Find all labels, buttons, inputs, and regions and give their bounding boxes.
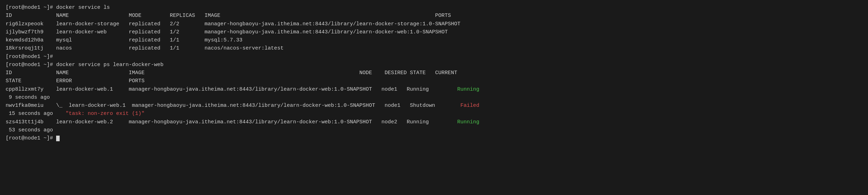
- ps-row-1-sub: 9 seconds ago: [6, 93, 862, 102]
- current-state-failed: Failed: [460, 103, 479, 109]
- cmd-line-1: [root@node1 ~]# docker service ls: [6, 4, 862, 12]
- desired-state-shutdown: Shutdown: [410, 103, 460, 109]
- terminal: [root@node1 ~]# docker service ls ID NAM…: [6, 4, 862, 142]
- final-prompt[interactable]: [root@node1 ~]#: [6, 134, 862, 142]
- current-state-running-1: Running: [457, 86, 479, 92]
- ps-row-3-sub: 53 seconds ago: [6, 126, 862, 134]
- cursor-blink: [56, 136, 60, 141]
- header-text: ID NAME MODE REPLICAS IMAGE PORTS: [6, 13, 451, 19]
- ps-row-3-main: szs413tt1j4b learn-docker-web.2 manager-…: [6, 118, 862, 126]
- service-row-mysql: kevmdsd12h0a mysql replicated 1/1 mysql:…: [6, 36, 862, 44]
- current-state-running-2: Running: [457, 119, 479, 125]
- service-row-nacos: 18krsroqj1tj nacos replicated 1/1 nacos/…: [6, 44, 862, 52]
- service-row-web: ijlybwzf7th9 learn-docker-web replicated…: [6, 28, 862, 36]
- error-message: "task: non-zero exit (1)": [66, 111, 145, 117]
- ps-row-1-main: cpp8llzxmt7y learn-docker-web.1 manager-…: [6, 85, 862, 93]
- empty-prompt: [root@node1 ~]#: [6, 53, 862, 61]
- ps-header-row2: STATE ERROR PORTS: [6, 77, 862, 85]
- ps-header-row1: ID NAME IMAGE NODE DESIRED STATE CURRENT: [6, 69, 862, 77]
- ps-row-2-sub: 15 seconds ago "task: non-zero exit (1)": [6, 110, 862, 118]
- service-row-storage: rig6lzxpeook learn-docker-storage replic…: [6, 20, 862, 28]
- service-ls-header: ID NAME MODE REPLICAS IMAGE PORTS: [6, 12, 862, 20]
- ps-row-2-main: nwv1fka0meiu \_ learn-docker-web.1 manag…: [6, 102, 862, 110]
- prompt-1: [root@node1 ~]# docker service ls: [6, 5, 110, 11]
- cmd-line-2: [root@node1 ~]# docker service ps learn-…: [6, 61, 862, 69]
